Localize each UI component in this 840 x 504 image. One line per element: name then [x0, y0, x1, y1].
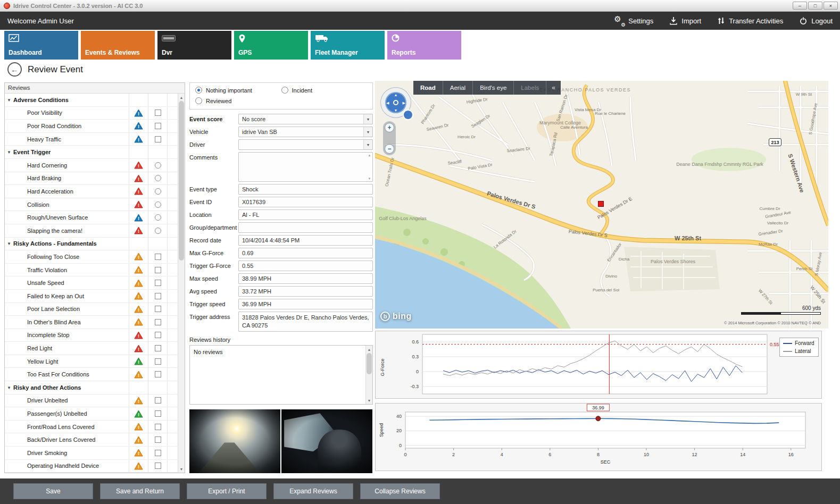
group-department-field[interactable]	[238, 222, 373, 233]
max-speed-field[interactable]: 38.99 MPH	[238, 273, 373, 284]
reviews-history-scrollbar[interactable]: ▲ ▼	[365, 346, 372, 404]
classification-incident-radio[interactable]: Incident	[281, 87, 368, 94]
review-item-too-fast-for-conditions[interactable]: Too Fast For Conditions!	[5, 368, 178, 381]
reviews-history-list[interactable]: No reviews ▲ ▼	[189, 345, 373, 405]
review-item-incomplete-stop[interactable]: Incomplete Stop!	[5, 329, 178, 342]
review-item-poor-road-condition[interactable]: Poor Road Condition!	[5, 120, 178, 133]
review-group-adverse-conditions[interactable]: ▾Adverse Conditions	[5, 94, 178, 107]
trigger-address-field[interactable]: 31828 Palos Verdes Dr E, Rancho Palos Ve…	[238, 312, 373, 332]
driver-select[interactable]: ▼	[238, 139, 373, 150]
review-item-following-too-close[interactable]: Following Too Close!	[5, 250, 178, 264]
settings-button[interactable]: ⚙⚙Settings	[614, 16, 653, 26]
trigger-speed-field[interactable]: 36.99 MPH	[238, 299, 373, 309]
classification-nothing-important-radio[interactable]: Nothing important	[195, 87, 281, 94]
logout-button[interactable]: Logout	[799, 16, 833, 25]
review-item-hard-acceleration[interactable]: Hard Acceleration!	[5, 185, 178, 198]
driver-smoking-checkbox[interactable]	[155, 450, 161, 456]
review-item-hard-cornering[interactable]: Hard Cornering!	[5, 159, 178, 172]
avg-speed-field[interactable]: 33.72 MPH	[238, 286, 373, 297]
review-group-risky-actions-fundamentals[interactable]: ▾Risky Actions - Fundamentals	[5, 238, 178, 251]
review-item-rough-uneven-surface[interactable]: Rough/Uneven Surface!	[5, 211, 178, 224]
in-other-s-blind-area-checkbox[interactable]	[155, 319, 161, 325]
map-mode-bird-s-eye[interactable]: Bird's eye	[472, 81, 513, 95]
poor-visibility-checkbox[interactable]	[155, 110, 161, 116]
collapse-arrow-icon[interactable]: ▾	[5, 146, 13, 158]
review-item-yellow-light[interactable]: Yellow Light!	[5, 355, 178, 368]
minimize-button[interactable]: –	[793, 2, 807, 10]
collision-radio[interactable]	[155, 201, 161, 208]
red-light-checkbox[interactable]	[155, 345, 161, 351]
review-item-red-light[interactable]: Red Light!	[5, 342, 178, 355]
max-g-force-field[interactable]: 0.69	[238, 248, 373, 258]
following-too-close-checkbox[interactable]	[155, 254, 161, 260]
collapse-reviews-button[interactable]: Collapse Reviews	[360, 483, 440, 499]
review-item-driver-unbelted[interactable]: Driver Unbelted!	[5, 394, 178, 408]
zoom-out-button[interactable]: −	[385, 144, 394, 154]
incomplete-stop-checkbox[interactable]	[155, 332, 161, 338]
map-mode-road[interactable]: Road	[413, 81, 443, 95]
review-item-poor-lane-selection[interactable]: Poor Lane Selection!	[5, 303, 178, 316]
review-item-failed-to-keep-an-out[interactable]: Failed to Keep an Out!	[5, 290, 178, 303]
maximize-button[interactable]: □	[808, 2, 822, 10]
poor-lane-selection-checkbox[interactable]	[155, 306, 161, 312]
review-item-hard-braking[interactable]: Hard Braking!	[5, 172, 178, 186]
review-group-risky-and-other-actions[interactable]: ▾Risky and Other Actions	[5, 381, 178, 394]
failed-to-keep-an-out-checkbox[interactable]	[155, 293, 161, 299]
scroll-up-icon[interactable]: ▲	[178, 94, 185, 101]
yellow-light-checkbox[interactable]	[155, 358, 161, 365]
too-fast-for-conditions-checkbox[interactable]	[155, 371, 161, 377]
map-panel[interactable]: EAST RANCHO PALOS VERDESMarymount Colleg…	[375, 81, 828, 329]
slapping-the-camera-radio[interactable]	[155, 228, 161, 234]
scrollbar-thumb[interactable]	[179, 101, 184, 261]
reviews-scrollbar[interactable]: ▲ ▼	[178, 94, 185, 473]
review-group-event-trigger[interactable]: ▾Event Trigger	[5, 146, 178, 159]
tab-gps[interactable]: GPS	[234, 31, 308, 60]
tab-dashboard[interactable]: Dashboard	[4, 31, 78, 60]
comments-textarea[interactable]: ▲▼	[238, 152, 373, 182]
operating-handheld-device-checkbox[interactable]	[155, 463, 161, 469]
hard-acceleration-radio[interactable]	[155, 188, 161, 195]
map-compass[interactable]: ▲▼ ◀▶	[380, 87, 411, 118]
import-button[interactable]: Import	[669, 16, 701, 25]
map-mode-labels[interactable]: Labels	[513, 81, 546, 95]
back-driver-lens-covered-checkbox[interactable]	[155, 436, 161, 443]
close-button[interactable]: ×	[824, 2, 838, 10]
save-button[interactable]: Save	[13, 483, 93, 499]
scroll-up-icon[interactable]: ▲	[366, 346, 372, 353]
tab-events[interactable]: Events & Reviews	[81, 31, 155, 60]
transfer-button[interactable]: Transfer Activities	[717, 16, 783, 25]
review-item-slapping-the-camera[interactable]: Slapping the camera!!	[5, 224, 178, 238]
compass-pan-icon[interactable]: ▲▼ ◀▶	[385, 92, 406, 113]
scroll-down-icon[interactable]: ▼	[366, 397, 372, 404]
record-date-field[interactable]: 10/4/2014 4:48:54 PM	[238, 235, 373, 246]
zoom-in-button[interactable]: +	[385, 123, 394, 132]
tab-dvr[interactable]: Dvr	[157, 31, 231, 60]
expand-reviews-button[interactable]: Expand Reviews	[273, 483, 353, 499]
front-road-lens-covered-checkbox[interactable]	[155, 424, 161, 430]
collapse-arrow-icon[interactable]: ▾	[5, 238, 13, 250]
vehicle-select[interactable]: idrive Van SB▼	[238, 127, 373, 137]
back-button[interactable]: ←	[7, 62, 22, 77]
review-item-heavy-traffic[interactable]: Heavy Traffic!	[5, 133, 178, 146]
review-item-collision[interactable]: Collision!	[5, 198, 178, 212]
chevron-down-icon[interactable]: ▼	[363, 114, 372, 124]
location-field[interactable]: Al - FL	[238, 209, 373, 220]
review-item-traffic-violation[interactable]: Traffic Violation!	[5, 264, 178, 277]
event-type-field[interactable]: Shock	[238, 184, 373, 195]
rough-uneven-surface-radio[interactable]	[155, 214, 161, 221]
map-mode-aerial[interactable]: Aerial	[443, 81, 472, 95]
export-print-button[interactable]: Export / Print	[187, 483, 267, 499]
traffic-violation-checkbox[interactable]	[155, 267, 161, 273]
video-thumbnail-road[interactable]	[189, 409, 280, 473]
review-item-driver-smoking[interactable]: Driver Smoking!	[5, 447, 178, 460]
driver-unbelted-checkbox[interactable]	[155, 397, 161, 404]
poor-road-condition-checkbox[interactable]	[155, 123, 161, 129]
tab-fleet[interactable]: Fleet Manager	[311, 31, 385, 60]
review-item-operating-handheld-device[interactable]: Operating Handheld Device!	[5, 460, 178, 473]
chevron-down-icon[interactable]: ▼	[363, 140, 372, 149]
hard-braking-radio[interactable]	[155, 175, 161, 181]
save-and-return-button[interactable]: Save and Return	[100, 483, 180, 499]
passenger-s-unbelted-checkbox[interactable]	[155, 410, 161, 417]
hard-cornering-radio[interactable]	[155, 162, 161, 169]
collapse-arrow-icon[interactable]: ▾	[5, 381, 13, 394]
